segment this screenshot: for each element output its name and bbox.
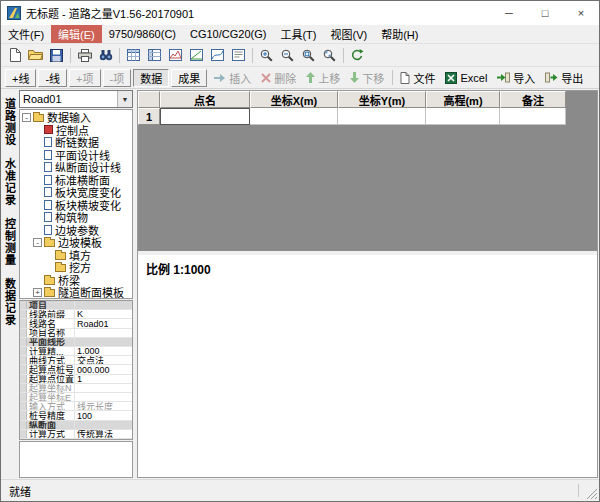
- open-file-button[interactable]: [25, 45, 46, 65]
- new-file-button[interactable]: [4, 45, 25, 65]
- tree-expander-icon[interactable]: +: [33, 288, 42, 297]
- side-tab-data-record[interactable]: 数据记录: [2, 278, 18, 326]
- tree-item-cut[interactable]: 挖方: [20, 261, 132, 274]
- column-header-elevation[interactable]: 高程(m): [426, 91, 500, 108]
- data-grid-button[interactable]: [144, 45, 165, 65]
- file-button[interactable]: 文件: [395, 70, 440, 86]
- property-category-project[interactable]: 项目: [20, 301, 132, 310]
- insert-label: 插入: [229, 70, 251, 86]
- menu-tools[interactable]: 工具(T): [273, 25, 323, 43]
- tree-item-slab-width-change[interactable]: 板块宽度变化: [20, 186, 132, 199]
- property-station-precision[interactable]: 桩号精度 100: [20, 411, 132, 420]
- maximize-button[interactable]: □: [527, 1, 563, 25]
- zoom-extent-icon: [323, 49, 336, 62]
- zoom-window-button[interactable]: [298, 45, 319, 65]
- property-label: 曲线方式: [27, 356, 75, 365]
- property-start-coord-n[interactable]: 起算坐标N: [20, 384, 132, 393]
- cell-coord-x[interactable]: [250, 108, 338, 125]
- row-header-cell[interactable]: 1: [138, 108, 160, 125]
- import-button[interactable]: 导入: [492, 70, 540, 86]
- export-button[interactable]: 导出: [540, 70, 588, 86]
- report-view-button[interactable]: [228, 45, 249, 65]
- tree-item-broken-chainage[interactable]: 断链数据: [20, 136, 132, 149]
- property-start-coord-e[interactable]: 起算坐标E: [20, 393, 132, 402]
- profile-view-button[interactable]: [186, 45, 207, 65]
- tree-item-structures[interactable]: 构筑物: [20, 211, 132, 224]
- cell-coord-y[interactable]: [338, 108, 426, 125]
- tree-item-label: 构筑物: [55, 211, 88, 224]
- property-start-station[interactable]: 起算点桩号 000.000: [20, 365, 132, 374]
- find-button[interactable]: [95, 45, 116, 65]
- data-view-button[interactable]: 数据: [133, 69, 169, 87]
- property-line-prefix[interactable]: 线路前缀 K: [20, 310, 132, 319]
- menu-view[interactable]: 视图(V): [323, 25, 374, 43]
- window-controls: ─ □ ×: [491, 1, 599, 25]
- chevron-down-icon[interactable]: ▼: [117, 91, 132, 107]
- menu-9750-9860[interactable]: 9750/9860(C): [102, 25, 183, 43]
- property-calc-method[interactable]: 计算方式 传统算法: [20, 430, 132, 439]
- menu-help[interactable]: 帮助(H): [374, 25, 425, 43]
- property-start-position[interactable]: 起算点位置 1: [20, 375, 132, 384]
- tree-item-profile-design-line[interactable]: 纵断面设计线: [20, 161, 132, 174]
- tree-item-slope-parameters[interactable]: 边坡参数: [20, 224, 132, 237]
- property-value: 1.000: [75, 347, 132, 356]
- result-view-button[interactable]: 成果: [171, 69, 207, 87]
- zoom-in-button[interactable]: [256, 45, 277, 65]
- refresh-button[interactable]: [347, 45, 368, 65]
- property-line-name[interactable]: 线路名 Road01: [20, 319, 132, 328]
- property-category-plan-alignment[interactable]: 平面线形: [20, 338, 132, 347]
- tree-item-data-input[interactable]: - 数据输入: [20, 111, 132, 124]
- road-selector[interactable]: Road01 ▼: [19, 90, 133, 108]
- drawing-canvas[interactable]: 比例 1:1000: [138, 255, 597, 477]
- side-tab-road-survey[interactable]: 道路测设: [2, 98, 18, 146]
- excel-button[interactable]: Excel: [440, 72, 492, 84]
- insert-row-button[interactable]: 插入: [209, 70, 256, 86]
- move-down-button[interactable]: 下移: [345, 70, 389, 86]
- cell-point-name[interactable]: [160, 108, 250, 125]
- delete-row-button[interactable]: 删除: [256, 70, 301, 86]
- property-calc-precision[interactable]: 计算精... 1.000: [20, 347, 132, 356]
- grid-corner-cell[interactable]: [138, 91, 160, 108]
- side-tab-level-record[interactable]: 水准记录: [2, 158, 18, 206]
- tree-expander-icon[interactable]: -: [33, 238, 42, 247]
- property-input-method[interactable]: 输入方式 线元长度: [20, 402, 132, 411]
- tree-item-fill[interactable]: 填方: [20, 249, 132, 262]
- file-icon: [400, 72, 410, 84]
- cross-section-button[interactable]: [165, 45, 186, 65]
- resize-grip-icon[interactable]: [586, 488, 598, 500]
- tree-item-plan-design-line[interactable]: 平面设计线: [20, 149, 132, 162]
- column-header-coord-y[interactable]: 坐标Y(m): [338, 91, 426, 108]
- add-line-button[interactable]: +线: [5, 69, 36, 87]
- close-button[interactable]: ×: [563, 1, 599, 25]
- zoom-extent-button[interactable]: [319, 45, 340, 65]
- remove-line-button[interactable]: -线: [38, 69, 67, 87]
- zoom-out-button[interactable]: [277, 45, 298, 65]
- column-header-remark[interactable]: 备注: [500, 91, 566, 108]
- cell-elevation[interactable]: [426, 108, 500, 125]
- tree-item-control-points[interactable]: 控制点: [20, 124, 132, 137]
- plan-view-button[interactable]: [207, 45, 228, 65]
- property-curve-method[interactable]: 曲线方式 交点法: [20, 356, 132, 365]
- side-tab-control-survey[interactable]: 控制测量: [2, 218, 18, 266]
- menu-cg10-cg20[interactable]: CG10/CG20(G): [183, 25, 273, 43]
- property-category-profile[interactable]: 纵断面: [20, 421, 132, 430]
- save-button[interactable]: [46, 45, 67, 65]
- minimize-button[interactable]: ─: [491, 1, 527, 25]
- property-project-name[interactable]: 项目名称: [20, 329, 132, 338]
- tree-item-slope-template[interactable]: - 边坡模板: [20, 236, 132, 249]
- print-button[interactable]: [74, 45, 95, 65]
- tree-item-slab-crossfall-change[interactable]: 板块横坡变化: [20, 199, 132, 212]
- tree-expander-icon[interactable]: -: [22, 113, 31, 122]
- menu-edit[interactable]: 编辑(E): [51, 25, 102, 43]
- tree-item-bridge[interactable]: 桥梁: [20, 274, 132, 287]
- table-view-button[interactable]: [123, 45, 144, 65]
- tree-item-standard-cross-section[interactable]: 标准横断面: [20, 174, 132, 187]
- cell-remark[interactable]: [500, 108, 566, 125]
- menu-file[interactable]: 文件(F): [1, 25, 51, 43]
- column-header-point-name[interactable]: 点名: [160, 91, 250, 108]
- tree-item-tunnel-section-template[interactable]: + 隧道断面模板: [20, 286, 132, 299]
- move-up-button[interactable]: 上移: [301, 70, 345, 86]
- column-header-coord-x[interactable]: 坐标X(m): [250, 91, 338, 108]
- add-item-button[interactable]: +项: [69, 69, 100, 87]
- remove-item-button[interactable]: -项: [103, 69, 132, 87]
